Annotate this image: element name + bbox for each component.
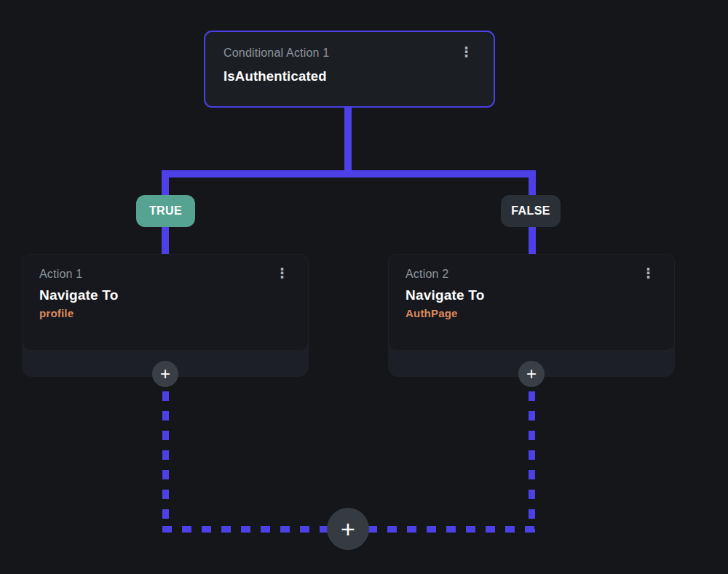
action-node-1-label: Action 1 [39,268,82,281]
action-node-2-action: Navigate To [405,287,660,303]
add-merged-action-button[interactable]: + [327,508,369,550]
condition-node-label: Conditional Action 1 [223,47,329,60]
kebab-menu-icon[interactable]: ⋮ [637,268,660,279]
connector-branch-bar [162,170,536,178]
condition-node-header: Conditional Action 1 ⋮ [223,47,478,60]
action-node-2[interactable]: Action 2 ⋮ Navigate To AuthPage [388,254,675,351]
kebab-menu-icon[interactable]: ⋮ [455,47,478,58]
connector-stem-line [344,106,352,173]
true-branch-badge: TRUE [136,195,195,227]
action-node-1-action: Navigate To [39,287,293,303]
action-flow-canvas: Conditional Action 1 ⋮ IsAuthenticated T… [0,0,728,574]
condition-node[interactable]: Conditional Action 1 ⋮ IsAuthenticated [204,31,495,108]
action-node-1-header: Action 1 ⋮ [39,268,293,281]
add-action-button-false[interactable]: + [518,361,545,387]
action-node-2-target: AuthPage [405,307,660,319]
action-node-1[interactable]: Action 1 ⋮ Navigate To profile [22,254,309,351]
kebab-menu-icon[interactable]: ⋮ [271,268,293,279]
false-branch-badge: FALSE [501,195,561,227]
dashed-connector-true-vertical [162,391,169,533]
dashed-connector-false-vertical [529,391,535,533]
action-node-2-label: Action 2 [405,268,448,281]
add-action-button-true[interactable]: + [152,361,178,387]
dashed-connector-right-horizontal [348,526,535,533]
condition-node-value: IsAuthenticated [223,68,478,84]
action-node-2-header: Action 2 ⋮ [405,268,660,281]
action-node-1-target: profile [39,307,293,319]
dashed-connector-left-horizontal [162,526,349,533]
